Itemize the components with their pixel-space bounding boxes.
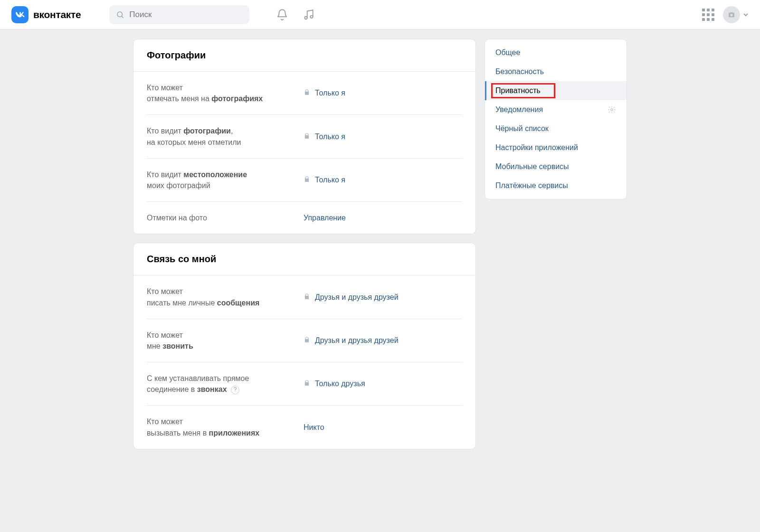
settings-sidebar: ОбщееБезопасностьПриватностьУведомленияЧ…	[484, 39, 627, 200]
setting-value-text: Друзья и друзья друзей	[315, 293, 399, 302]
setting-value-text: Только я	[315, 133, 345, 141]
music-icon[interactable]	[303, 9, 315, 21]
sidebar-item-label: Мобильные сервисы	[495, 162, 569, 171]
setting-value-text: Только я	[315, 176, 345, 184]
setting-value-text: Друзья и друзья друзей	[315, 336, 399, 345]
setting-label: С кем устанавливать прямоесоединение в з…	[147, 373, 304, 395]
setting-value[interactable]: Управление	[304, 214, 346, 222]
search-icon	[116, 10, 124, 19]
setting-value[interactable]: Только я	[304, 176, 345, 184]
lock-icon	[304, 336, 310, 345]
lock-icon	[304, 133, 310, 141]
svg-point-5	[611, 109, 613, 111]
sidebar-item[interactable]: Платёжные сервисы	[485, 176, 627, 195]
sidebar-item[interactable]: Мобильные сервисы	[485, 157, 627, 176]
setting-value-text: Управление	[304, 214, 346, 222]
sidebar-item-label: Чёрный список	[495, 124, 549, 133]
setting-value-text: Никто	[304, 423, 324, 432]
svg-point-0	[117, 12, 122, 17]
setting-row: Кто можетвызывать меня в приложенияхНикт…	[147, 406, 462, 448]
setting-row: Кто можетмне звонитьДрузья и друзья друз…	[147, 319, 462, 362]
lock-icon	[304, 380, 310, 388]
chevron-down-icon	[743, 12, 749, 18]
setting-label: Кто можетмне звонить	[147, 330, 304, 352]
card-body: Кто можетписать мне личные сообщенияДруз…	[133, 276, 475, 449]
sidebar-item-label: Платёжные сервисы	[495, 181, 568, 190]
lock-icon	[304, 89, 310, 97]
page-content: ФотографииКто можетотмечать меня на фото…	[133, 39, 627, 449]
settings-card: Связь со мнойКто можетписать мне личные …	[133, 243, 476, 449]
setting-row: Отметки на фотоУправление	[147, 202, 462, 234]
sidebar-item[interactable]: Настройки приложений	[485, 138, 627, 157]
setting-label: Отметки на фото	[147, 212, 304, 223]
setting-value[interactable]: Только я	[304, 133, 345, 141]
svg-point-3	[311, 15, 313, 18]
setting-label: Кто можетписать мне личные сообщения	[147, 286, 304, 308]
setting-label: Кто видит фотографии,на которых меня отм…	[147, 125, 304, 147]
sidebar-item[interactable]: Приватность	[485, 81, 627, 100]
svg-point-2	[305, 16, 307, 19]
header-right	[702, 6, 749, 23]
gear-icon[interactable]	[608, 105, 616, 114]
sidebar-item-label: Приватность	[495, 86, 541, 95]
setting-row: Кто можетотмечать меня на фотографияхТол…	[147, 72, 462, 115]
sidebar-item[interactable]: Уведомления	[485, 100, 627, 119]
sidebar-item-label: Общее	[495, 48, 520, 57]
topbar: вконтакте	[0, 0, 760, 29]
lock-icon	[304, 293, 310, 302]
setting-value[interactable]: Друзья и друзья друзей	[304, 293, 399, 302]
setting-row: С кем устанавливать прямоесоединение в з…	[147, 362, 462, 406]
sidebar-item-label: Уведомления	[495, 105, 543, 114]
sidebar-item[interactable]: Чёрный список	[485, 119, 627, 138]
camera-icon	[727, 10, 736, 19]
sidebar-item-label: Настройки приложений	[495, 143, 578, 152]
card-header: Связь со мной	[133, 243, 475, 276]
avatar	[723, 6, 740, 23]
brand-text: вконтакте	[33, 9, 81, 20]
setting-label: Кто видит местоположениемоих фотографий	[147, 169, 304, 191]
header-icons	[276, 9, 315, 21]
setting-row: Кто видит местоположениемоих фотографийТ…	[147, 159, 462, 202]
setting-label: Кто можетвызывать меня в приложениях	[147, 416, 304, 438]
settings-main: ФотографииКто можетотмечать меня на фото…	[133, 39, 476, 449]
setting-row: Кто можетписать мне личные сообщенияДруз…	[147, 276, 462, 319]
svg-point-4	[730, 13, 733, 16]
setting-value-text: Только друзья	[315, 380, 365, 388]
sidebar-item-label: Безопасность	[495, 67, 544, 76]
logo[interactable]: вконтакте	[11, 6, 81, 23]
card-header: Фотографии	[133, 39, 475, 72]
setting-value[interactable]: Никто	[304, 423, 324, 432]
setting-value[interactable]: Друзья и друзья друзей	[304, 336, 399, 345]
setting-value-text: Только я	[315, 89, 345, 97]
card-body: Кто можетотмечать меня на фотографияхТол…	[133, 72, 475, 234]
search-box[interactable]	[109, 5, 249, 24]
setting-value[interactable]: Только друзья	[304, 380, 365, 388]
svg-line-1	[122, 16, 124, 18]
setting-value[interactable]: Только я	[304, 89, 345, 97]
sidebar-item[interactable]: Безопасность	[485, 62, 627, 81]
settings-card: ФотографииКто можетотмечать меня на фото…	[133, 39, 476, 234]
setting-row: Кто видит фотографии,на которых меня отм…	[147, 115, 462, 158]
bell-icon[interactable]	[276, 9, 288, 21]
profile-menu[interactable]	[723, 6, 749, 23]
sidebar-item[interactable]: Общее	[485, 43, 627, 62]
lock-icon	[304, 176, 310, 184]
search-input[interactable]	[129, 10, 243, 19]
apps-grid-icon[interactable]	[702, 9, 714, 21]
vk-logo-icon	[11, 6, 28, 23]
setting-label: Кто можетотмечать меня на фотографиях	[147, 82, 304, 104]
